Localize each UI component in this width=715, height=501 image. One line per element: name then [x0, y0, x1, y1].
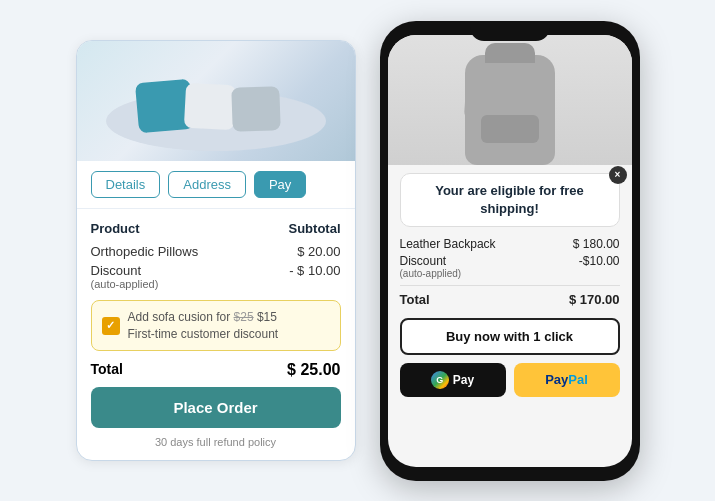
phone-product-image: [388, 35, 632, 165]
backpack-top: [485, 43, 535, 63]
tab-details[interactable]: Details: [91, 171, 161, 198]
pillow-gray: [231, 86, 281, 132]
google-pay-label: Pay: [453, 373, 474, 387]
phone-item-price-discount: -$10.00: [579, 254, 620, 279]
paypal-button[interactable]: PayPal: [514, 363, 620, 397]
phone-divider: [400, 285, 620, 286]
item-row-discount: Discount (auto-applied) - $ 10.00: [91, 263, 341, 290]
subtotal-col-header: Subtotal: [289, 221, 341, 236]
phone-item-discount: Discount (auto-applied) -$10.00: [400, 254, 620, 279]
tab-address[interactable]: Address: [168, 171, 246, 198]
item-price-pillows: $ 20.00: [297, 244, 340, 259]
close-badge-button[interactable]: ×: [609, 166, 627, 184]
phone-screen: Your are eligible for free shipping! × L…: [388, 35, 632, 467]
backpack-pocket: [481, 115, 539, 143]
badge-text: Your are eligible for free shipping!: [435, 183, 584, 216]
refund-policy: 30 days full refund policy: [91, 436, 341, 448]
phone-item-price-backpack: $ 180.00: [573, 237, 620, 251]
item-name-pillows: Orthopedic Pillows: [91, 244, 199, 259]
place-order-button[interactable]: Place Order: [91, 387, 341, 428]
phone-total-row: Total $ 170.00: [400, 292, 620, 307]
phone-notch: [470, 21, 550, 41]
column-headers: Product Subtotal: [91, 221, 341, 236]
total-label: Total: [91, 361, 123, 379]
phone-total-label: Total: [400, 292, 430, 307]
phone-item-name-discount: Discount (auto-applied): [400, 254, 462, 279]
upsell-text: Add sofa cusion for $25 $15 First-time c…: [128, 309, 279, 343]
phone-content: Your are eligible for free shipping! × L…: [388, 165, 632, 467]
total-value: $ 25.00: [287, 361, 340, 379]
google-pay-button[interactable]: G Pay: [400, 363, 506, 397]
item-price-discount: - $ 10.00: [289, 263, 340, 290]
paypal-label: PayPal: [545, 372, 588, 387]
phone-item-name-backpack: Leather Backpack: [400, 237, 496, 251]
phone-total-value: $ 170.00: [569, 292, 620, 307]
tab-pay[interactable]: Pay: [254, 171, 306, 198]
phone-frame: Your are eligible for free shipping! × L…: [380, 21, 640, 481]
backpack-body: [465, 55, 555, 165]
phone-item-backpack: Leather Backpack $ 180.00: [400, 237, 620, 251]
tab-bar: Details Address Pay: [77, 161, 355, 209]
google-g-icon: G: [431, 371, 449, 389]
item-name-discount: Discount (auto-applied): [91, 263, 159, 290]
card-body: Product Subtotal Orthopedic Pillows $ 20…: [77, 209, 355, 461]
buy-now-button[interactable]: Buy now with 1 click: [400, 318, 620, 355]
total-row: Total $ 25.00: [91, 361, 341, 379]
upsell-box[interactable]: Add sofa cusion for $25 $15 First-time c…: [91, 300, 341, 352]
payment-buttons: G Pay PayPal: [400, 363, 620, 397]
free-shipping-badge: Your are eligible for free shipping! ×: [400, 173, 620, 227]
upsell-checkbox[interactable]: [102, 317, 120, 335]
phone-mockup: Your are eligible for free shipping! × L…: [380, 21, 640, 481]
item-row-pillows: Orthopedic Pillows $ 20.00: [91, 244, 341, 259]
product-col-header: Product: [91, 221, 140, 236]
product-image: [77, 41, 355, 161]
checkout-card: Details Address Pay Product Subtotal Ort…: [76, 40, 356, 462]
pillow-white: [183, 82, 235, 130]
